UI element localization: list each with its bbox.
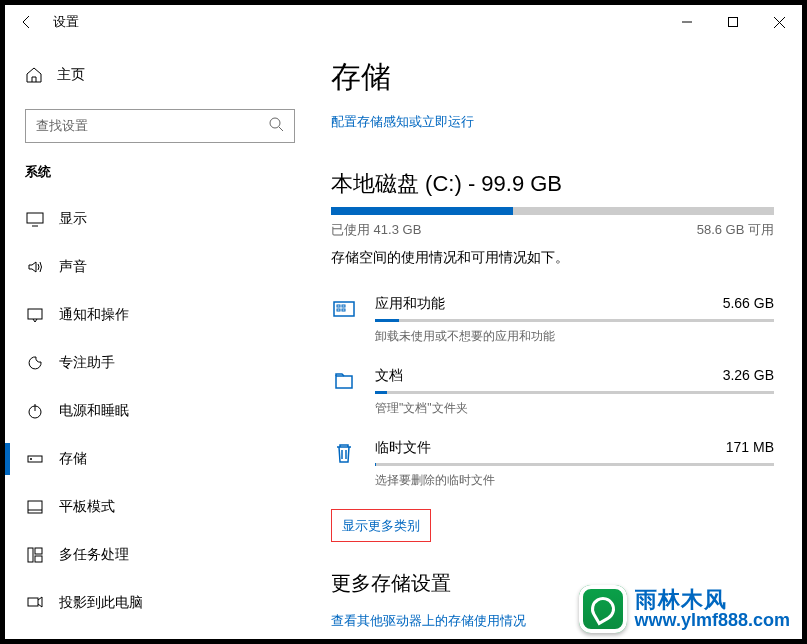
close-button[interactable]: [756, 5, 802, 39]
watermark-url: www.ylmf888.com: [635, 611, 790, 629]
other-drives-link[interactable]: 查看其他驱动器上的存储使用情况: [331, 613, 526, 628]
power-icon: [25, 402, 45, 420]
titlebar: 设置: [5, 5, 802, 39]
category-apps[interactable]: 应用和功能5.66 GB 卸载未使用或不想要的应用和功能: [331, 289, 774, 361]
nav-project[interactable]: 投影到此电脑: [5, 579, 315, 627]
svg-rect-18: [28, 598, 38, 606]
nav-multitask[interactable]: 多任务处理: [5, 531, 315, 579]
documents-icon: [331, 367, 357, 417]
svg-line-5: [279, 127, 283, 131]
back-button[interactable]: [5, 5, 49, 39]
focus-icon: [25, 354, 45, 372]
svg-rect-16: [35, 548, 42, 554]
nav-notifications[interactable]: 通知和操作: [5, 291, 315, 339]
svg-rect-6: [27, 213, 43, 223]
tablet-icon: [25, 498, 45, 516]
sidebar: 主页 查找设置 系统 显示 声音: [5, 39, 315, 639]
page-title: 存储: [331, 57, 774, 98]
nav-tablet[interactable]: 平板模式: [5, 483, 315, 531]
search-input[interactable]: 查找设置: [25, 109, 295, 143]
sound-icon: [25, 258, 45, 276]
maximize-button[interactable]: [710, 5, 756, 39]
watermark: 雨林木风 www.ylmf888.com: [579, 585, 790, 633]
watermark-logo: [579, 585, 627, 633]
window-title: 设置: [53, 13, 79, 31]
home-label: 主页: [57, 66, 85, 84]
apps-icon: [331, 295, 357, 345]
storage-icon: [25, 450, 45, 468]
minimize-button[interactable]: [664, 5, 710, 39]
svg-rect-13: [28, 501, 42, 513]
nav-power[interactable]: 电源和睡眠: [5, 387, 315, 435]
section-label: 系统: [25, 163, 295, 181]
content-area: 存储 配置存储感知或立即运行 本地磁盘 (C:) - 99.9 GB 已使用 4…: [315, 39, 802, 639]
disk-title: 本地磁盘 (C:) - 99.9 GB: [331, 169, 774, 199]
free-label: 58.6 GB 可用: [697, 221, 774, 239]
search-placeholder: 查找设置: [36, 117, 268, 135]
storage-sense-link[interactable]: 配置存储感知或立即运行: [331, 114, 474, 129]
nav-storage[interactable]: 存储: [5, 435, 315, 483]
nav-display[interactable]: 显示: [5, 195, 315, 243]
disk-usage-bar: [331, 207, 774, 215]
search-icon: [268, 116, 284, 136]
display-icon: [25, 210, 45, 228]
svg-rect-24: [336, 376, 352, 388]
used-label: 已使用 41.3 GB: [331, 221, 421, 239]
notifications-icon: [25, 306, 45, 324]
svg-rect-21: [342, 305, 345, 307]
nav-list: 显示 声音 通知和操作 专注助手 电源和睡眠: [5, 195, 315, 627]
category-temp[interactable]: 临时文件171 MB 选择要删除的临时文件: [331, 433, 774, 505]
svg-point-4: [270, 118, 280, 128]
svg-rect-23: [342, 309, 345, 311]
multitask-icon: [25, 546, 45, 564]
svg-rect-1: [729, 18, 738, 27]
nav-focus[interactable]: 专注助手: [5, 339, 315, 387]
trash-icon: [331, 439, 357, 489]
category-documents[interactable]: 文档3.26 GB 管理"文档"文件夹: [331, 361, 774, 433]
project-icon: [25, 594, 45, 612]
show-more-link[interactable]: 显示更多类别: [331, 509, 431, 542]
svg-rect-8: [28, 309, 42, 319]
svg-rect-22: [337, 309, 340, 311]
svg-rect-15: [28, 548, 33, 562]
watermark-text: 雨林木风: [635, 589, 790, 611]
nav-sound[interactable]: 声音: [5, 243, 315, 291]
home-button[interactable]: 主页: [25, 57, 295, 93]
svg-rect-20: [337, 305, 340, 307]
svg-point-12: [30, 458, 32, 460]
svg-rect-17: [35, 556, 42, 562]
usage-description: 存储空间的使用情况和可用情况如下。: [331, 249, 774, 267]
home-icon: [25, 66, 43, 84]
